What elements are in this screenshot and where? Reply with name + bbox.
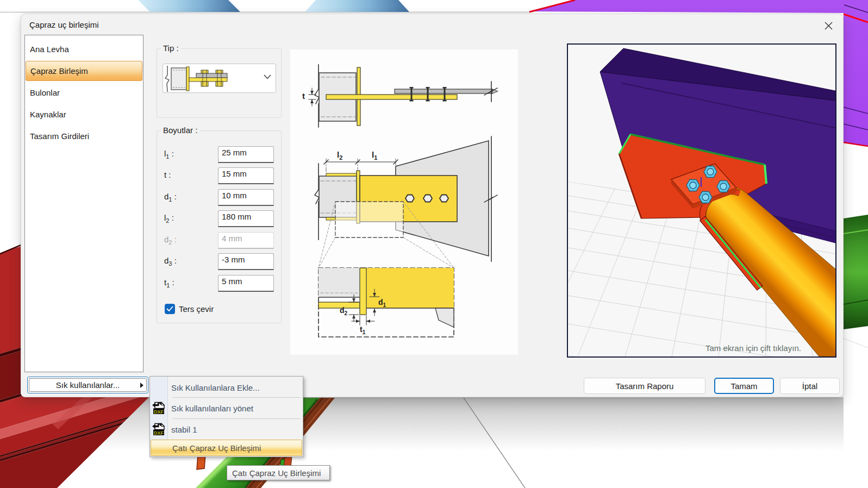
connection-type-thumbnail	[163, 64, 234, 92]
dim-label-t1: t1 :	[164, 278, 174, 289]
t-input[interactable]	[218, 167, 274, 184]
technical-drawing-canvas: t l2 l1	[290, 49, 518, 355]
dim-label-d2: d2 :	[164, 235, 177, 246]
dimensions-groupbox: Boyutlar : l1 : t : d1 : l2 : d2 : d3 : …	[157, 130, 282, 323]
button-label: Tamam	[730, 381, 757, 391]
menu-item-manage-favorites[interactable]: DXF Sık kullanılanları yönet	[150, 398, 303, 418]
favorites-context-menu: Sık Kullanılanlara Ekle... DXF Sık kulla…	[149, 376, 303, 457]
sidebar-item-kaynaklar[interactable]: Kaynaklar	[25, 104, 143, 126]
submenu-arrow-icon	[140, 382, 144, 389]
bg-green-beam-right	[844, 215, 868, 329]
dim-label-t: t :	[164, 170, 171, 181]
svg-text:DXF: DXF	[154, 409, 164, 415]
dim-label-d1: d1 :	[164, 192, 177, 203]
tip-group-label: Tip :	[161, 43, 181, 53]
tooltip-text: Çatı Çapraz Uç Birleşimi	[232, 468, 321, 478]
dxf-file-icon: DXF	[152, 402, 165, 415]
l2-input[interactable]	[218, 210, 274, 227]
menu-item-label: Çatı Çapraz Uç Birleşimi	[172, 443, 261, 453]
flip-checkbox[interactable]	[165, 304, 175, 314]
dxf-file-icon: DXF	[152, 423, 165, 436]
flip-checkbox-row: Ters çevir	[165, 303, 214, 314]
dim-row-l1: l1 :	[157, 146, 282, 163]
d1-input[interactable]	[218, 189, 274, 206]
focus-rect	[29, 378, 147, 392]
bg-blue-beams	[138, 0, 409, 12]
sidebar-item-label: Tasarım Girdileri	[30, 132, 89, 141]
dim-label-l1: l1 :	[164, 149, 174, 160]
svg-text:DXF: DXF	[154, 430, 164, 435]
dim-row-d3: d3 :	[157, 253, 282, 270]
flip-checkbox-label: Ters çevir	[179, 304, 214, 314]
dialog-title: Çapraz uç birleşimi	[29, 20, 99, 29]
3d-preview-viewport[interactable]: Tam ekran için çift tıklayın.	[567, 43, 836, 358]
tip-groupbox: Tip :	[157, 48, 282, 118]
sidebar-item-label: Bulonlar	[30, 88, 60, 97]
dim-row-t: t :	[157, 167, 282, 184]
sidebar-item-label: Ana Levha	[30, 45, 69, 54]
3d-preview-scene: Tam ekran için çift tıklayın.	[568, 45, 835, 356]
connection-parts-list: Ana Levha Çapraz Birleşim Bulonlar Kayna…	[24, 35, 143, 372]
dim-label-d3: d3 :	[164, 256, 177, 267]
sidebar-item-label: Kaynaklar	[30, 110, 66, 119]
chevron-down-icon	[264, 74, 271, 79]
ok-button[interactable]: Tamam	[714, 378, 774, 394]
technical-drawing: t l2 l1	[290, 49, 518, 355]
sidebar-item-ana-levha[interactable]: Ana Levha	[25, 39, 143, 60]
dim-label-l2: l2 :	[164, 213, 174, 224]
menu-item-label: Sık kullanılanları yönet	[171, 404, 253, 413]
viewport-hint-text: Tam ekran için çift tıklayın.	[705, 343, 801, 353]
close-icon	[825, 22, 833, 30]
sidebar-item-tasarim-girdileri[interactable]: Tasarım Girdileri	[25, 126, 143, 147]
sidebar-item-bulonlar[interactable]: Bulonlar	[25, 82, 143, 104]
dim-row-l2: l2 :	[157, 210, 282, 227]
t1-input[interactable]	[218, 275, 274, 292]
tooltip: Çatı Çapraz Uç Birleşimi	[227, 465, 330, 480]
dim-label-t: t	[302, 91, 305, 101]
dimensions-group-label: Boyutlar :	[161, 126, 199, 135]
dim-label-t1: t1	[360, 325, 366, 335]
menu-item-label: stabil 1	[171, 424, 197, 434]
dim-row-d1: d1 :	[157, 189, 282, 206]
dim-label-l2: l2	[337, 150, 342, 161]
connection-type-dropdown[interactable]	[163, 64, 276, 93]
button-label: İptal	[802, 381, 817, 391]
l1-input[interactable]	[218, 146, 274, 163]
d3-input[interactable]	[218, 253, 274, 270]
dim-label-l1: l1	[372, 150, 377, 161]
dialog-window: Çapraz uç birleşimi Ana Levha Çapraz Bir…	[21, 14, 844, 397]
button-label: Tasarım Raporu	[616, 381, 674, 391]
sidebar-item-label: Çapraz Birleşim	[30, 66, 88, 76]
dim-row-t1: t1 :	[157, 275, 282, 292]
cancel-button[interactable]: İptal	[780, 378, 840, 394]
close-button[interactable]	[819, 17, 838, 34]
menu-item-add-to-favorites[interactable]: Sık Kullanılanlara Ekle...	[150, 377, 303, 397]
favorites-button[interactable]: Sık kullanılanlar...	[27, 377, 148, 393]
d2-input[interactable]	[218, 232, 274, 249]
menu-item-stabil-1[interactable]: DXF stabil 1	[150, 419, 303, 439]
dim-row-d2: d2 :	[157, 232, 282, 249]
menu-item-label: Sık Kullanılanlara Ekle...	[171, 383, 260, 392]
design-report-button[interactable]: Tasarım Raporu	[584, 378, 705, 394]
check-icon	[166, 306, 173, 312]
menu-item-cati-capraz-uc-birlesimi[interactable]: Çatı Çapraz Uç Birleşimi	[151, 440, 302, 456]
sidebar-item-capraz-birlesim[interactable]: Çapraz Birleşim	[26, 61, 142, 81]
